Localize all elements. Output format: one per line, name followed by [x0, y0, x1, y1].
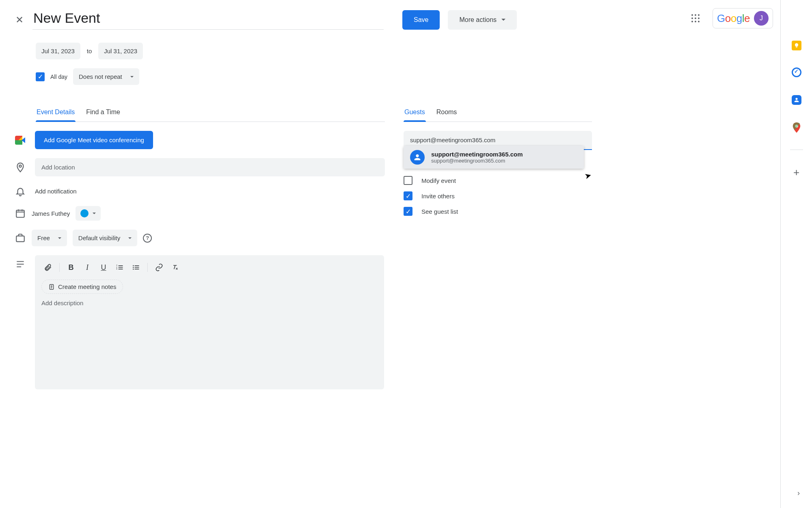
- visibility-label: Default visibility: [78, 234, 120, 241]
- modify-event-label: Modify event: [421, 177, 456, 184]
- create-meeting-notes-button[interactable]: Create meeting notes: [41, 280, 123, 294]
- chevron-down-icon: [93, 213, 96, 214]
- description-icon: [15, 258, 26, 270]
- add-addon-icon[interactable]: +: [793, 166, 799, 179]
- description-editor[interactable]: B I U Create meeting notes Add descripti…: [35, 255, 384, 389]
- attachment-icon[interactable]: [41, 261, 54, 274]
- availability-dropdown[interactable]: Free: [32, 230, 67, 246]
- svg-rect-3: [16, 236, 24, 241]
- location-input[interactable]: [35, 158, 385, 176]
- tab-rooms[interactable]: Rooms: [436, 105, 458, 122]
- invite-others-label: Invite others: [421, 193, 455, 200]
- event-title-input[interactable]: [32, 10, 384, 30]
- see-guest-list-label: See guest list: [421, 208, 458, 215]
- bulleted-list-icon[interactable]: [130, 261, 143, 274]
- recurrence-dropdown[interactable]: Does not repeat: [73, 68, 139, 85]
- add-video-conferencing-button[interactable]: Add Google Meet video conferencing: [35, 131, 153, 149]
- maps-icon[interactable]: [791, 122, 802, 133]
- visibility-dropdown[interactable]: Default visibility: [73, 230, 137, 246]
- keep-icon[interactable]: [792, 41, 801, 50]
- more-actions-label: More actions: [459, 16, 497, 24]
- svg-point-5: [133, 267, 134, 268]
- editor-toolbar: B I U: [41, 261, 378, 274]
- autocomplete-secondary: support@meetingroom365.com: [431, 158, 523, 164]
- bold-icon[interactable]: B: [65, 261, 78, 274]
- modify-event-checkbox[interactable]: ✓: [404, 176, 412, 185]
- google-account-box[interactable]: Google J: [713, 8, 773, 28]
- location-icon: [15, 162, 26, 173]
- clear-formatting-icon[interactable]: [169, 261, 182, 274]
- svg-point-4: [133, 265, 134, 267]
- close-icon[interactable]: ✕: [12, 11, 27, 29]
- all-day-label: All day: [50, 74, 67, 80]
- color-dot-icon: [80, 209, 89, 217]
- svg-rect-2: [16, 210, 24, 217]
- briefcase-icon: [15, 232, 26, 244]
- save-button[interactable]: Save: [402, 10, 440, 30]
- side-panel: + ›: [780, 0, 812, 508]
- autocomplete-primary: support@meetingroom365.com: [431, 151, 523, 158]
- chevron-down-icon: [128, 237, 132, 239]
- tasks-icon[interactable]: [791, 67, 802, 78]
- description-placeholder: Add description: [41, 300, 378, 306]
- document-icon: [48, 284, 55, 290]
- chevron-down-icon: [58, 237, 61, 239]
- invite-others-checkbox[interactable]: ✓: [404, 191, 412, 200]
- visibility-help-icon[interactable]: ?: [143, 234, 152, 243]
- recurrence-label: Does not repeat: [79, 73, 122, 80]
- see-guest-list-checkbox[interactable]: ✓: [404, 207, 412, 216]
- meeting-notes-label: Create meeting notes: [58, 283, 116, 290]
- notification-icon: [15, 186, 26, 197]
- tab-find-a-time[interactable]: Find a Time: [85, 105, 121, 122]
- add-notification-button[interactable]: Add notification: [35, 185, 77, 197]
- tab-guests[interactable]: Guests: [404, 105, 426, 122]
- organizer-name: James Futhey: [32, 210, 70, 217]
- calendar-icon: [15, 208, 26, 219]
- contacts-icon[interactable]: [791, 94, 802, 106]
- google-apps-icon[interactable]: [691, 14, 700, 22]
- meet-icon: [15, 135, 26, 146]
- numbered-list-icon[interactable]: [113, 261, 126, 274]
- guests-autocomplete: support@meetingroom365.com support@meeti…: [404, 146, 584, 169]
- all-day-checkbox[interactable]: ✓: [36, 72, 45, 81]
- tab-event-details[interactable]: Event Details: [36, 105, 76, 122]
- person-icon: [410, 150, 425, 165]
- link-icon[interactable]: [153, 261, 166, 274]
- svg-point-1: [19, 165, 21, 167]
- underline-icon[interactable]: U: [97, 261, 110, 274]
- chevron-down-icon: [501, 19, 505, 21]
- chevron-down-icon: [130, 76, 134, 78]
- calendar-color-dropdown[interactable]: [76, 206, 101, 221]
- avatar[interactable]: J: [754, 11, 769, 26]
- italic-icon[interactable]: I: [81, 261, 94, 274]
- svg-point-6: [133, 269, 134, 270]
- header: ✕ Save More actions: [0, 0, 812, 30]
- autocomplete-suggestion[interactable]: support@meetingroom365.com support@meeti…: [404, 146, 584, 169]
- account-area: Google J: [691, 8, 773, 28]
- more-actions-button[interactable]: More actions: [448, 10, 517, 30]
- side-panel-toggle[interactable]: ›: [797, 489, 800, 497]
- start-date-chip[interactable]: Jul 31, 2023: [36, 43, 80, 59]
- to-label: to: [87, 48, 92, 54]
- google-logo: Google: [717, 12, 750, 25]
- availability-label: Free: [37, 234, 50, 241]
- end-date-chip[interactable]: Jul 31, 2023: [98, 43, 143, 59]
